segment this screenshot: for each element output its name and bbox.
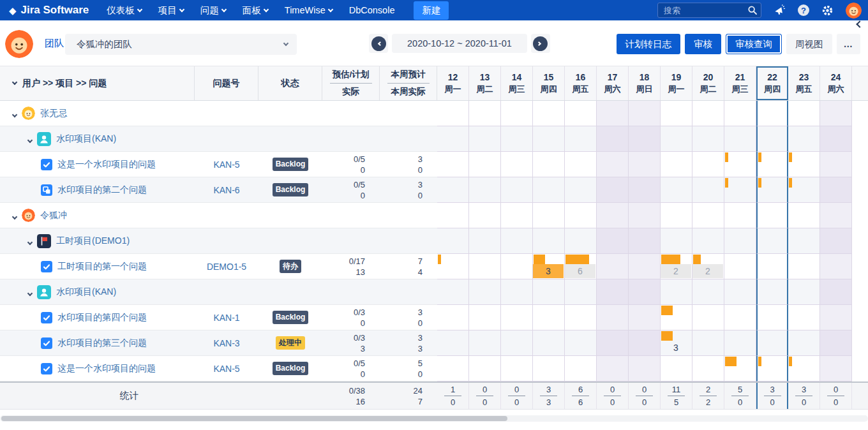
issue-title-link[interactable]: 这是一个水印项目的问题 (57, 363, 156, 374)
nav-menu-仪表板[interactable]: 仪表板 (107, 4, 142, 17)
nav-menu-DbConsole[interactable]: DbConsole (349, 5, 395, 15)
day-cell-19[interactable]: 2 (661, 254, 692, 279)
day-cell-14[interactable] (501, 356, 533, 382)
day-cell-22[interactable] (756, 330, 788, 356)
current-user-avatar[interactable] (5, 30, 33, 58)
day-cell-15[interactable] (533, 356, 565, 382)
search-input[interactable] (657, 3, 761, 18)
day-cell-17[interactable] (597, 152, 629, 177)
more-button[interactable]: … (837, 34, 861, 54)
issue-title-link[interactable]: 工时项目的第一个问题 (57, 261, 147, 272)
issue-title-link[interactable]: 水印项目的第三个问题 (57, 337, 147, 349)
day-cell-18[interactable] (629, 152, 661, 177)
day-cell-17[interactable] (597, 254, 629, 279)
day-cell-17[interactable] (597, 330, 629, 356)
day-cell-15[interactable]: 3 (533, 254, 565, 279)
day-cell-23[interactable] (788, 152, 820, 177)
day-cell-19[interactable] (661, 356, 692, 382)
day-cell-24[interactable] (820, 254, 852, 279)
day-cell-13[interactable] (469, 152, 501, 177)
day-cell-20[interactable]: 2 (692, 254, 724, 279)
chevron-down-icon[interactable] (13, 108, 17, 119)
chevron-down-icon[interactable] (28, 133, 32, 145)
day-cell-19[interactable] (661, 152, 692, 177)
issue-title-link[interactable]: 水印项目的第四个问题 (57, 312, 147, 323)
day-cell-23[interactable] (788, 356, 820, 382)
day-cell-16[interactable] (565, 152, 597, 177)
team-select[interactable]: 令狐冲的团队 (65, 34, 297, 55)
day-cell-14[interactable] (501, 330, 533, 356)
day-cell-18[interactable] (629, 254, 661, 279)
day-cell-18[interactable] (629, 356, 661, 382)
day-cell-23[interactable] (788, 330, 820, 356)
day-cell-20[interactable] (692, 152, 724, 177)
day-cell-22[interactable] (756, 356, 788, 382)
issue-key-link[interactable]: KAN-5 (195, 364, 258, 374)
day-cell-18[interactable] (629, 305, 661, 330)
day-cell-24[interactable] (820, 356, 852, 382)
day-cell-17[interactable] (597, 305, 629, 330)
day-cell-18[interactable] (629, 330, 661, 356)
day-cell-16[interactable] (565, 356, 597, 382)
next-week-button[interactable] (531, 34, 550, 53)
gear-icon[interactable] (821, 4, 834, 17)
day-cell-24[interactable] (820, 330, 852, 356)
jira-logo[interactable]: ◆ Jira Software (9, 4, 89, 17)
review-button[interactable]: 审核 (685, 34, 721, 54)
day-cell-14[interactable] (501, 305, 533, 330)
plan-to-log-button[interactable]: 计划转日志 (617, 34, 681, 54)
day-cell-23[interactable] (788, 254, 820, 279)
date-range[interactable]: 2020-10-12 ~ 2020-11-01 (392, 34, 527, 53)
user-name-link[interactable]: 张无忌 (40, 108, 67, 119)
day-cell-16[interactable] (565, 330, 597, 356)
scrollbar-thumb[interactable] (1, 416, 507, 421)
day-cell-21[interactable] (724, 356, 756, 382)
project-name-link[interactable]: 水印项目(KAN) (56, 286, 116, 298)
chevron-down-icon[interactable] (28, 235, 32, 247)
day-cell-17[interactable] (597, 356, 629, 382)
day-cell-13[interactable] (469, 254, 501, 279)
day-cell-22[interactable] (756, 305, 788, 330)
day-cell-20[interactable] (692, 305, 724, 330)
column-header-tree[interactable]: 用户 >> 项目 >> 问题 (0, 66, 195, 100)
day-cell-24[interactable] (820, 152, 852, 177)
day-cell-14[interactable] (501, 177, 533, 203)
week-view-button[interactable]: 周视图 (786, 34, 832, 54)
issue-key-link[interactable]: KAN-6 (195, 185, 258, 195)
nav-menu-面板[interactable]: 面板 (243, 4, 268, 17)
day-cell-13[interactable] (469, 177, 501, 203)
help-icon[interactable]: ? (798, 4, 809, 16)
day-cell-13[interactable] (469, 305, 501, 330)
day-cell-20[interactable] (692, 356, 724, 382)
day-cell-13[interactable] (469, 330, 501, 356)
nav-menu-问题[interactable]: 问题 (200, 4, 226, 17)
issue-title-link[interactable]: 水印项目的第二个问题 (57, 184, 147, 196)
day-cell-19[interactable] (661, 305, 692, 330)
day-cell-12[interactable] (437, 356, 469, 382)
megaphone-icon[interactable] (774, 4, 786, 17)
day-cell-24[interactable] (820, 305, 852, 330)
issue-key-link[interactable]: KAN-5 (195, 159, 258, 170)
issue-key-link[interactable]: DEMO1-5 (195, 262, 258, 272)
day-cell-14[interactable] (501, 152, 533, 177)
day-cell-15[interactable] (533, 330, 565, 356)
project-name-link[interactable]: 水印项目(KAN) (56, 133, 116, 145)
day-cell-12[interactable] (437, 305, 469, 330)
day-cell-15[interactable] (533, 177, 565, 203)
day-cell-20[interactable] (692, 330, 724, 356)
issue-title-link[interactable]: 这是一个水印项目的问题 (57, 159, 156, 170)
day-cell-12[interactable] (437, 254, 469, 279)
day-cell-20[interactable] (692, 177, 724, 203)
day-cell-14[interactable] (501, 254, 533, 279)
day-cell-22[interactable] (756, 177, 788, 203)
day-cell-12[interactable] (437, 330, 469, 356)
day-cell-15[interactable] (533, 152, 565, 177)
day-cell-21[interactable] (724, 152, 756, 177)
day-cell-13[interactable] (469, 356, 501, 382)
day-cell-23[interactable] (788, 305, 820, 330)
day-cell-23[interactable] (788, 177, 820, 203)
day-cell-21[interactable] (724, 330, 756, 356)
day-cell-22[interactable] (756, 254, 788, 279)
create-button[interactable]: 新建 (414, 1, 449, 20)
prev-week-button[interactable] (369, 34, 388, 53)
